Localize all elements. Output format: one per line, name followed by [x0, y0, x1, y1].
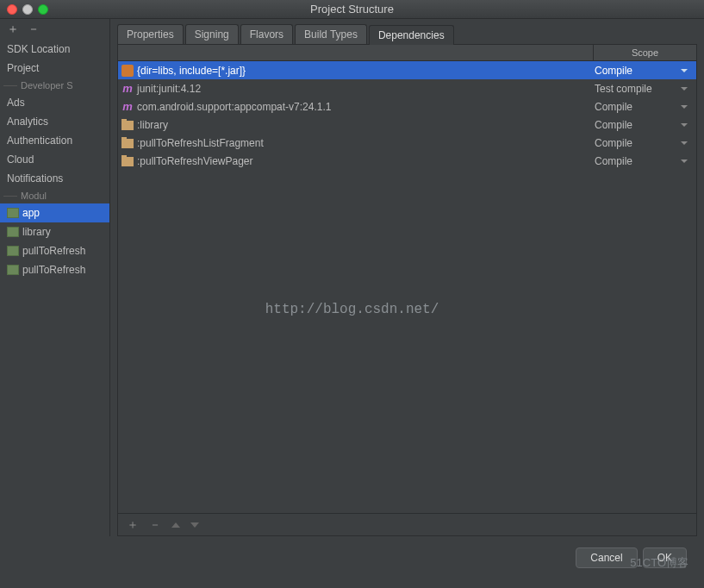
- maven-icon: m: [121, 101, 134, 113]
- tabs: PropertiesSigningFlavorsBuild TypesDepen…: [117, 24, 697, 45]
- sidebar-toolbar: ＋ －: [0, 19, 109, 40]
- dependency-row[interactable]: :pullToRefreshViewPagerCompile: [118, 152, 696, 170]
- titlebar: Project Structure: [0, 0, 704, 19]
- sidebar-item[interactable]: Ads: [0, 93, 109, 112]
- sidebar-item[interactable]: Project: [0, 59, 109, 78]
- dependency-row[interactable]: :libraryCompile: [118, 116, 696, 134]
- scope-dropdown[interactable]: Compile: [589, 65, 693, 77]
- sidebar: ＋ － SDK LocationProject Developer S AdsA…: [0, 19, 110, 536]
- dependency-label: :pullToRefreshViewPager: [137, 155, 253, 167]
- add-icon[interactable]: ＋: [7, 22, 19, 37]
- maven-icon: m: [121, 83, 134, 95]
- scope-dropdown[interactable]: Compile: [589, 155, 693, 167]
- panel-toolbar: ＋ －: [118, 513, 696, 535]
- window-title: Project Structure: [0, 3, 704, 16]
- folder-icon: [121, 157, 134, 166]
- chevron-down-icon: [681, 160, 688, 163]
- chevron-down-icon: [681, 105, 688, 109]
- dependencies-panel: Scope {dir=libs, include=[*.jar]}Compile…: [117, 45, 697, 536]
- dep-header-scope: Scope: [593, 45, 696, 60]
- scope-dropdown[interactable]: Compile: [589, 119, 693, 131]
- chevron-down-icon: [681, 123, 688, 127]
- sidebar-module-item[interactable]: pullToRefresh: [0, 260, 109, 279]
- tab[interactable]: Build Types: [295, 24, 367, 44]
- chevron-down-icon: [681, 69, 688, 72]
- dependency-label: :library: [137, 119, 168, 131]
- dependency-row[interactable]: mjunit:junit:4.12Test compile: [118, 79, 696, 97]
- chevron-down-icon: [681, 141, 688, 145]
- scope-label: Compile: [595, 155, 632, 167]
- sidebar-item-label: app: [22, 207, 40, 219]
- sidebar-section-modules: Modul: [0, 188, 109, 203]
- tab[interactable]: Properties: [117, 24, 184, 44]
- move-up-icon[interactable]: [171, 522, 180, 528]
- cancel-button[interactable]: Cancel: [576, 547, 637, 568]
- scope-label: Compile: [595, 137, 632, 149]
- dependency-list: {dir=libs, include=[*.jar]}Compilemjunit…: [118, 61, 696, 513]
- dependency-label: com.android.support:appcompat-v7:24.1.1: [137, 101, 331, 113]
- remove-icon[interactable]: －: [28, 22, 40, 37]
- sidebar-item[interactable]: SDK Location: [0, 40, 109, 59]
- sidebar-module-item[interactable]: library: [0, 222, 109, 241]
- ok-button[interactable]: OK: [643, 547, 687, 568]
- sidebar-section-developer: Developer S: [0, 78, 109, 93]
- sidebar-module-item[interactable]: pullToRefresh: [0, 241, 109, 260]
- sidebar-item[interactable]: Cloud: [0, 150, 109, 169]
- dependency-row[interactable]: :pullToRefreshListFragmentCompile: [118, 134, 696, 152]
- dependency-label: junit:junit:4.12: [137, 83, 201, 95]
- folder-icon: [121, 139, 134, 148]
- sidebar-item[interactable]: Analytics: [0, 112, 109, 131]
- move-down-icon[interactable]: [190, 522, 199, 528]
- tab[interactable]: Signing: [185, 24, 239, 44]
- scope-label: Compile: [595, 65, 632, 77]
- scope-dropdown[interactable]: Compile: [589, 101, 693, 113]
- sidebar-item-label: library: [22, 226, 51, 238]
- remove-dependency-icon[interactable]: －: [149, 517, 161, 533]
- dep-header-name: [118, 45, 593, 60]
- dependency-row[interactable]: mcom.android.support:appcompat-v7:24.1.1…: [118, 97, 696, 116]
- scope-label: Compile: [595, 101, 632, 113]
- module-icon: [7, 265, 19, 275]
- module-icon: [7, 227, 19, 237]
- dependency-row[interactable]: {dir=libs, include=[*.jar]}Compile: [118, 61, 696, 79]
- dependency-label: {dir=libs, include=[*.jar]}: [137, 65, 246, 77]
- folder-icon: [121, 121, 134, 130]
- sidebar-module-item[interactable]: app: [0, 203, 109, 222]
- scope-dropdown[interactable]: Compile: [589, 137, 693, 149]
- tab[interactable]: Flavors: [240, 24, 293, 44]
- add-dependency-icon[interactable]: ＋: [127, 517, 139, 533]
- module-icon: [7, 246, 19, 256]
- sidebar-item[interactable]: Authentication: [0, 131, 109, 150]
- sidebar-item-label: pullToRefresh: [22, 264, 85, 276]
- scope-label: Test compile: [595, 83, 652, 95]
- jar-icon: [121, 65, 134, 77]
- chevron-down-icon: [681, 87, 688, 91]
- scope-label: Compile: [595, 119, 632, 131]
- sidebar-item[interactable]: Notifications: [0, 169, 109, 188]
- tab[interactable]: Dependencies: [369, 25, 454, 45]
- scope-dropdown[interactable]: Test compile: [589, 83, 693, 95]
- sidebar-item-label: pullToRefresh: [22, 245, 85, 257]
- module-icon: [7, 208, 19, 218]
- dependency-label: :pullToRefreshListFragment: [137, 137, 264, 149]
